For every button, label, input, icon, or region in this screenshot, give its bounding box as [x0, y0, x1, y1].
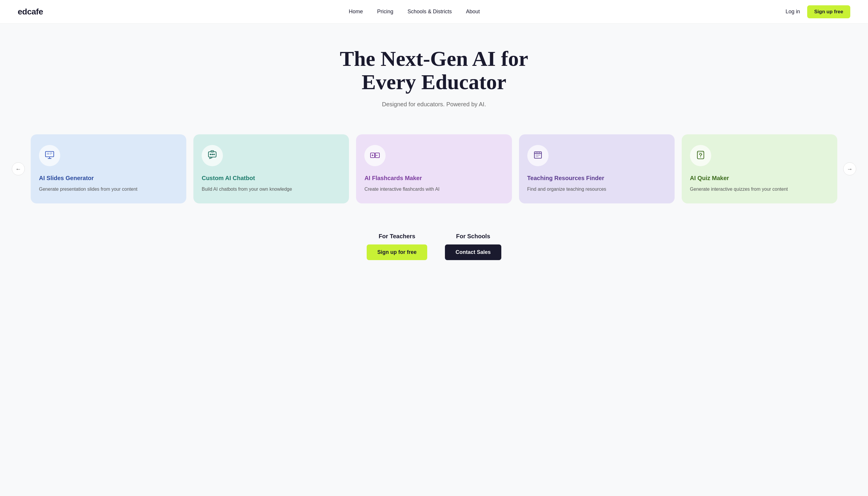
signup-button[interactable]: Sign up free: [807, 5, 850, 18]
svg-rect-5: [50, 154, 51, 155]
nav-about[interactable]: About: [466, 9, 480, 14]
cta-schools-label: For Schools: [456, 233, 491, 240]
login-link[interactable]: Log in: [786, 9, 800, 15]
cards-wrapper: AI Slides Generator Generate presentatio…: [25, 134, 843, 203]
logo: edcafe: [18, 7, 43, 17]
card-icon-wrap-resources: [527, 145, 548, 166]
svg-rect-19: [536, 156, 539, 157]
svg-point-8: [212, 154, 213, 155]
svg-point-15: [536, 152, 537, 153]
svg-point-7: [210, 154, 212, 155]
cta-teachers: For Teachers Sign up for free: [367, 233, 427, 260]
quiz-icon: [695, 150, 706, 162]
svg-rect-0: [45, 152, 54, 157]
nav-actions: Log in Sign up free: [786, 5, 850, 18]
svg-rect-3: [47, 153, 49, 155]
card-slides[interactable]: AI Slides Generator Generate presentatio…: [31, 134, 186, 203]
nav-links: Home Pricing Schools & Districts About: [349, 9, 480, 15]
card-resources-desc: Find and organize teaching resources: [527, 186, 606, 193]
card-chatbot[interactable]: Custom AI Chatbot Build AI chatbots from…: [193, 134, 349, 203]
cta-teachers-label: For Teachers: [378, 233, 415, 240]
cards-section: ← AI Slides Generator Generate presentat…: [0, 125, 868, 221]
svg-point-17: [539, 152, 540, 153]
card-flashcards-desc: Create interactive flashcards with AI: [364, 186, 439, 193]
flashcards-icon: [369, 150, 381, 162]
card-resources[interactable]: Teaching Resources Finder Find and organ…: [519, 134, 675, 203]
svg-rect-4: [50, 153, 52, 154]
card-flashcards-title: AI Flashcards Maker: [364, 174, 422, 182]
signup-free-button[interactable]: Sign up for free: [367, 245, 427, 260]
card-icon-wrap-slides: [39, 145, 60, 166]
svg-point-16: [537, 152, 538, 153]
card-icon-wrap-chatbot: [202, 145, 223, 166]
card-chatbot-desc: Build AI chatbots from your own knowledg…: [202, 186, 292, 193]
slides-icon: [44, 150, 55, 162]
card-icon-wrap-quiz: [690, 145, 711, 166]
card-quiz[interactable]: AI Quiz Maker Generate interactive quizz…: [682, 134, 837, 203]
hero-section: The Next-Gen AI for Every Educator Desig…: [0, 24, 868, 125]
card-flashcards[interactable]: AI Flashcards Maker Create interactive f…: [356, 134, 512, 203]
card-slides-title: AI Slides Generator: [39, 174, 94, 182]
nav-pricing[interactable]: Pricing: [377, 9, 393, 14]
chatbot-icon: [207, 150, 218, 162]
contact-sales-button[interactable]: Contact Sales: [445, 245, 501, 260]
nav-schools[interactable]: Schools & Districts: [407, 9, 452, 14]
card-quiz-desc: Generate interactive quizzes from your c…: [690, 186, 788, 193]
logo-text: edcafe: [18, 7, 43, 16]
hero-title: The Next-Gen AI for Every Educator: [331, 47, 537, 94]
nav-home[interactable]: Home: [349, 9, 363, 14]
carousel-next-button[interactable]: →: [843, 162, 856, 175]
carousel-prev-button[interactable]: ←: [12, 162, 25, 175]
card-chatbot-title: Custom AI Chatbot: [202, 174, 255, 182]
svg-point-20: [700, 156, 701, 157]
card-quiz-title: AI Quiz Maker: [690, 174, 729, 182]
cta-section: For Teachers Sign up for free For School…: [0, 221, 868, 278]
card-resources-title: Teaching Resources Finder: [527, 174, 604, 182]
cta-row: For Teachers Sign up for free For School…: [12, 233, 856, 260]
svg-point-9: [214, 154, 215, 155]
cta-schools: For Schools Contact Sales: [445, 233, 501, 260]
svg-rect-18: [536, 155, 540, 156]
svg-rect-10: [211, 151, 214, 152]
hero-subtitle: Designed for educators. Powered by AI.: [12, 101, 856, 108]
navbar: edcafe Home Pricing Schools & Districts …: [0, 0, 868, 24]
card-slides-desc: Generate presentation slides from your c…: [39, 186, 138, 193]
resources-icon: [532, 150, 544, 162]
card-icon-wrap-flashcards: [364, 145, 386, 166]
